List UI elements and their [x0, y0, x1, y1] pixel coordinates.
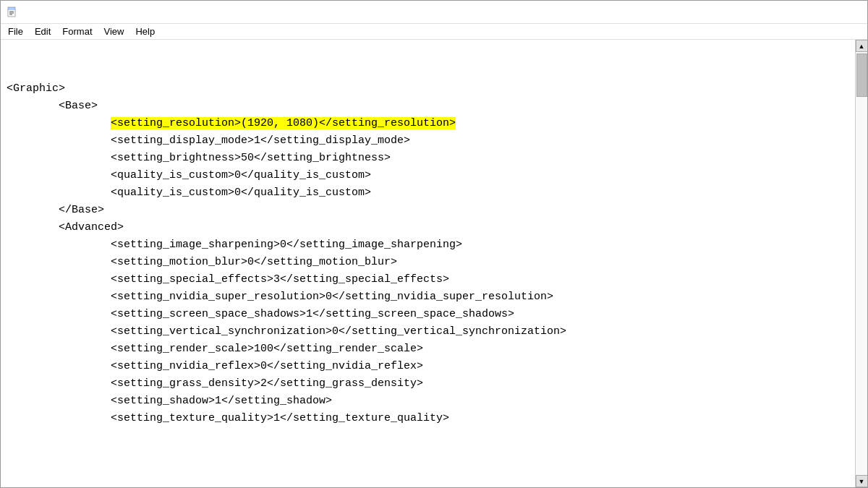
editor-line: <setting_brightness>50</setting_brightne… — [7, 150, 855, 167]
notepad-window: File Edit Format View Help <Graphic> <Ba… — [0, 0, 868, 488]
scrollbar-thumb[interactable] — [856, 53, 867, 97]
menu-edit[interactable]: Edit — [29, 25, 56, 38]
scrollbar-track[interactable] — [856, 52, 867, 475]
editor-line: <setting_render_scale>100</setting_rende… — [7, 341, 855, 358]
editor-line: <setting_display_mode>1</setting_display… — [7, 132, 855, 150]
close-button[interactable] — [828, 1, 861, 24]
editor-line: <setting_nvidia_super_resolution>0</sett… — [7, 288, 855, 306]
editor-line: <Graphic> — [7, 80, 855, 98]
menu-view[interactable]: View — [98, 25, 130, 38]
editor-line: <quality_is_custom>0</quality_is_custom> — [7, 167, 855, 184]
menu-bar: File Edit Format View Help — [1, 24, 867, 40]
scrollbar-down-button[interactable]: ▼ — [856, 475, 868, 487]
editor-line: <setting_nvidia_reflex>0</setting_nvidia… — [7, 358, 855, 375]
editor-line: <setting_grass_density>2</setting_grass_… — [7, 375, 855, 393]
editor-content[interactable]: <Graphic> <Base> <setting_resolution>(19… — [1, 40, 855, 487]
title-bar — [1, 1, 867, 24]
minimize-button[interactable] — [762, 1, 795, 24]
app-icon — [7, 7, 18, 18]
editor-line: <setting_motion_blur>0</setting_motion_b… — [7, 254, 855, 271]
editor-line: <setting_texture_quality>1</setting_text… — [7, 410, 855, 427]
scrollbar-up-button[interactable]: ▲ — [856, 40, 868, 52]
editor-area: <Graphic> <Base> <setting_resolution>(19… — [1, 40, 867, 487]
editor-line: </Base> — [7, 202, 855, 219]
scrollbar[interactable]: ▲ ▼ — [855, 40, 867, 487]
svg-rect-1 — [8, 7, 15, 10]
editor-line: <setting_image_sharpening>0</setting_ima… — [7, 236, 855, 254]
window-controls — [762, 1, 861, 24]
maximize-button[interactable] — [795, 1, 828, 24]
menu-format[interactable]: Format — [56, 25, 98, 38]
editor-line: <setting_shadow>1</setting_shadow> — [7, 393, 855, 410]
editor-line: <Advanced> — [7, 219, 855, 236]
editor-line: <setting_special_effects>3</setting_spec… — [7, 271, 855, 288]
editor-line: <quality_is_custom>0</quality_is_custom> — [7, 184, 855, 202]
menu-help[interactable]: Help — [129, 25, 161, 38]
editor-line: <setting_vertical_synchronization>0</set… — [7, 323, 855, 341]
editor-line: <setting_resolution>(1920, 1080)</settin… — [7, 115, 855, 132]
editor-line: <setting_screen_space_shadows>1</setting… — [7, 306, 855, 323]
editor-line: <Base> — [7, 98, 855, 115]
menu-file[interactable]: File — [2, 25, 29, 38]
